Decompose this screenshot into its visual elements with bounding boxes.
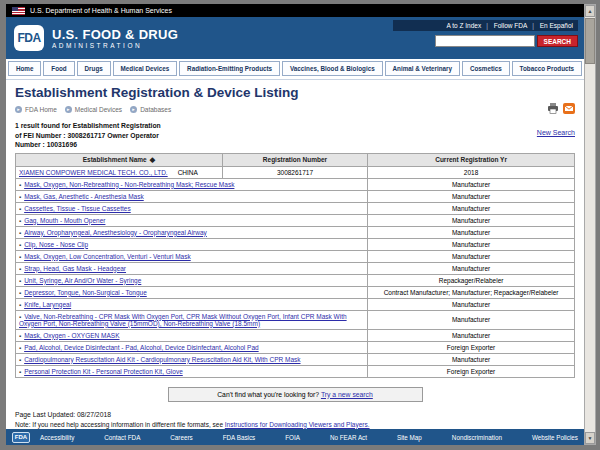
nav-tab[interactable]: Home bbox=[8, 61, 41, 76]
scroll-up-button[interactable]: ▲ bbox=[585, 5, 595, 17]
footer-link[interactable]: Site Map bbox=[397, 434, 422, 441]
footer-link[interactable]: Careers bbox=[170, 434, 192, 441]
device-registration-type: Manufacturer bbox=[368, 190, 575, 202]
nav-tab[interactable]: Medical Devices bbox=[113, 61, 178, 76]
device-link[interactable]: Personal Protection Kit - Personal Prote… bbox=[24, 368, 183, 375]
nav-tab[interactable]: Cosmetics bbox=[462, 61, 510, 76]
breadcrumb-item: ▸Medical Devices bbox=[65, 106, 122, 113]
establishment-row: XIAMEN COMPOWER MEDICAL TECH. CO., LTD. … bbox=[16, 166, 575, 178]
nav-tab[interactable]: Radiation-Emitting Products bbox=[179, 61, 280, 76]
device-row: ▪Personal Protection Kit - Personal Prot… bbox=[16, 365, 575, 377]
bullet-icon: ▪ bbox=[19, 290, 21, 296]
device-registration-type: Manufacturer bbox=[368, 329, 575, 341]
device-link[interactable]: Airway, Oropharyngeal, Anesthesiology - … bbox=[24, 229, 207, 236]
device-registration-type: Manufacturer bbox=[368, 238, 575, 250]
footer-links: AccessibilityContact FDACareersFDA Basic… bbox=[40, 434, 578, 441]
hhs-bar-text[interactable]: U.S. Department of Health & Human Servic… bbox=[30, 7, 172, 14]
footer-fda-logo[interactable]: FDA bbox=[12, 432, 30, 443]
device-link[interactable]: Mask, Oxygen, Non-Rebreathing - Non-Rebr… bbox=[24, 181, 234, 188]
result-summary-line2: of FEI Number : 3008261717 Owner Operato… bbox=[15, 131, 161, 141]
footer-link[interactable]: No FEAR Act bbox=[330, 434, 367, 441]
device-registration-type: Manufacturer bbox=[368, 214, 575, 226]
fda-logo[interactable]: FDA bbox=[14, 25, 44, 51]
header-utility-area: A to Z IndexFollow FDAEn Español SEARCH bbox=[393, 20, 578, 47]
sort-icon[interactable]: ◆ bbox=[150, 156, 155, 163]
breadcrumb-link[interactable]: Databases bbox=[140, 106, 171, 113]
device-registration-type: Manufacturer bbox=[368, 178, 575, 190]
result-summary-line3: Number : 10031696 bbox=[15, 140, 161, 150]
device-registration-type: Manufacturer bbox=[368, 262, 575, 274]
device-row: ▪Mask, Oxygen - OXYGEN MASK Manufacturer bbox=[16, 329, 575, 341]
device-link[interactable]: Strap, Head, Gas Mask - Headgear bbox=[24, 265, 126, 272]
footer-link[interactable]: Nondiscrimination bbox=[452, 434, 502, 441]
file-formats-note: Note: If you need help accessing informa… bbox=[15, 421, 575, 428]
device-link[interactable]: Gag, Mouth - Mouth Opener bbox=[24, 217, 105, 224]
utility-link[interactable]: En Español bbox=[532, 22, 573, 29]
footer-link[interactable]: Website Policies bbox=[532, 434, 578, 441]
breadcrumb: ▸FDA Home ▸Medical Devices ▸Databases bbox=[15, 106, 547, 113]
device-row: ▪Valve, Non-Rebreathing - CPR Mask With … bbox=[16, 310, 575, 329]
email-icon[interactable] bbox=[563, 103, 575, 115]
footer-link[interactable]: FOIA bbox=[285, 434, 300, 441]
device-link[interactable]: Pad, Alcohol, Device Disinfectant - Pad,… bbox=[24, 344, 259, 351]
device-link[interactable]: Clip, Nose - Nose Clip bbox=[24, 241, 88, 248]
device-link[interactable]: Cardiopulmonary Resuscitation Aid Kit - … bbox=[24, 356, 300, 363]
device-row: ▪Mask, Gas, Anesthetic - Anesthesia Mask… bbox=[16, 190, 575, 202]
bullet-icon: ▪ bbox=[19, 369, 21, 375]
footer-link[interactable]: Contact FDA bbox=[104, 434, 140, 441]
establishment-registration-number: 3008261717 bbox=[222, 166, 367, 178]
page-title: Establishment Registration & Device List… bbox=[15, 85, 575, 100]
device-registration-type: Manufacturer bbox=[368, 226, 575, 238]
us-flag-icon bbox=[12, 7, 25, 15]
result-summary-line1: 1 result found for Establishment Registr… bbox=[15, 121, 161, 131]
utility-link[interactable]: Follow FDA bbox=[486, 22, 527, 29]
nav-tab[interactable]: Vaccines, Blood & Biologics bbox=[282, 61, 383, 76]
device-row: ▪Cardiopulmonary Resuscitation Aid Kit -… bbox=[16, 353, 575, 365]
search-input[interactable] bbox=[435, 35, 535, 47]
utility-links: A to Z IndexFollow FDAEn Español bbox=[393, 20, 578, 31]
scrollbar-track[interactable] bbox=[585, 17, 595, 432]
vertical-scrollbar[interactable]: ▲ ▼ bbox=[584, 4, 596, 445]
nav-tab[interactable]: Drugs bbox=[77, 61, 111, 76]
utility-link[interactable]: A to Z Index bbox=[446, 22, 481, 29]
device-link[interactable]: Mask, Oxygen - OXYGEN MASK bbox=[24, 332, 119, 339]
device-row: ▪Gag, Mouth - Mouth Opener Manufacturer bbox=[16, 214, 575, 226]
header-establishment-name[interactable]: Establishment Name◆ bbox=[16, 153, 223, 166]
device-row: ▪Knife, Laryngeal Manufacturer bbox=[16, 298, 575, 310]
breadcrumb-link[interactable]: Medical Devices bbox=[75, 106, 122, 113]
device-link[interactable]: Mask, Gas, Anesthetic - Anesthesia Mask bbox=[24, 193, 144, 200]
new-search-link[interactable]: New Search bbox=[537, 129, 575, 136]
try-new-search-link[interactable]: Try a new search bbox=[321, 391, 373, 398]
device-link[interactable]: Cassettes, Tissue - Tissue Cassettes bbox=[24, 205, 131, 212]
scrollbar-thumb[interactable] bbox=[585, 18, 595, 64]
footer-link[interactable]: Accessibility bbox=[40, 434, 74, 441]
scroll-down-button[interactable]: ▼ bbox=[585, 432, 595, 444]
main-content: Establishment Registration & Device List… bbox=[6, 80, 584, 441]
device-link[interactable]: Depressor, Tongue, Non-Surgical - Tongue bbox=[24, 289, 147, 296]
page-action-icons bbox=[547, 103, 575, 115]
print-icon[interactable] bbox=[547, 103, 559, 115]
bullet-icon: ▪ bbox=[19, 218, 21, 224]
site-search: SEARCH bbox=[393, 35, 578, 47]
establishment-country: CHINA bbox=[178, 169, 198, 176]
note-text: Note: If you need help accessing informa… bbox=[15, 421, 225, 428]
breadcrumb-arrow-icon: ▸ bbox=[130, 106, 137, 113]
device-registration-type: Manufacturer bbox=[368, 250, 575, 262]
device-row: ▪Clip, Nose - Nose Clip Manufacturer bbox=[16, 238, 575, 250]
nav-tab[interactable]: Animal & Veterinary bbox=[385, 61, 460, 76]
nav-tab[interactable]: Food bbox=[43, 61, 74, 76]
device-link[interactable]: Unit, Syringe, Air And/Or Water - Syring… bbox=[24, 277, 141, 284]
breadcrumb-arrow-icon: ▸ bbox=[65, 106, 72, 113]
breadcrumb-item: ▸Databases bbox=[130, 106, 171, 113]
device-registration-type: Manufacturer bbox=[368, 298, 575, 310]
footer-link[interactable]: FDA Basics bbox=[223, 434, 256, 441]
device-link[interactable]: Knife, Laryngeal bbox=[24, 301, 71, 308]
device-link[interactable]: Valve, Non-Rebreathing - CPR Mask With O… bbox=[19, 313, 347, 327]
viewers-players-link[interactable]: Instructions for Downloading Viewers and… bbox=[225, 421, 370, 428]
establishment-link[interactable]: XIAMEN COMPOWER MEDICAL TECH. CO., LTD. bbox=[19, 169, 168, 176]
breadcrumb-link[interactable]: FDA Home bbox=[25, 106, 57, 113]
search-button[interactable]: SEARCH bbox=[537, 35, 578, 47]
device-link[interactable]: Mask, Oxygen, Low Concentration, Venturi… bbox=[24, 253, 191, 260]
nav-tab[interactable]: Tobacco Products bbox=[512, 61, 582, 76]
page: U.S. Department of Health & Human Servic… bbox=[6, 4, 584, 445]
